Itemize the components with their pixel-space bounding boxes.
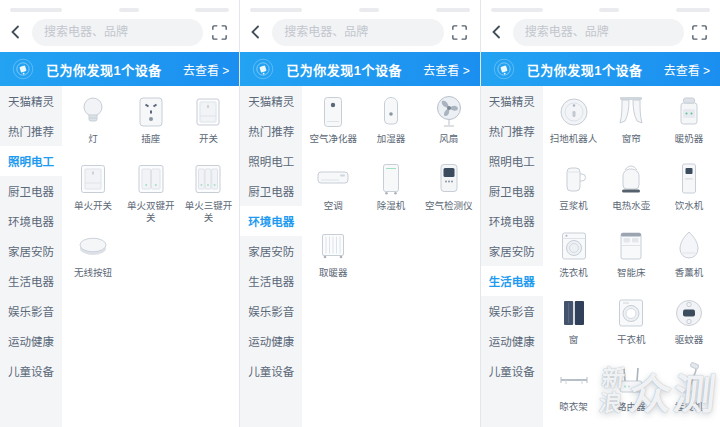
device-item[interactable]: 窗帘 <box>602 92 660 159</box>
device-item[interactable]: 智能床 <box>602 226 660 293</box>
sidebar-item-10[interactable]: 儿童设备 <box>0 356 62 386</box>
device-item[interactable]: 取暖器 <box>304 226 362 293</box>
sidebar: 天猫精灵热门推荐照明电工厨卫电器环境电器家居安防生活电器娱乐影音运动健康儿童设备 <box>240 86 302 427</box>
sidebar-item-3[interactable]: 照明电工 <box>0 146 62 176</box>
device-item[interactable]: 香薰机 <box>660 226 718 293</box>
sidebar-item-10[interactable]: 儿童设备 <box>240 356 302 386</box>
sidebar-item-4[interactable]: 厨卫电器 <box>481 176 543 206</box>
mosquito-repeller-icon <box>669 293 709 333</box>
device-item[interactable]: 暖奶器 <box>660 92 718 159</box>
wireless-button-icon <box>73 226 113 266</box>
device-item[interactable]: 插座 <box>122 92 180 159</box>
device-item[interactable]: 除湿机 <box>362 159 420 226</box>
device-item[interactable]: 窗 <box>545 293 603 360</box>
app-screenshot-strip: 已为你发现1个设备 去查看 > 天猫精灵热门推荐照明电工厨卫电器环境电器家居安防… <box>0 0 720 427</box>
sidebar-item-3[interactable]: 照明电工 <box>481 146 543 176</box>
device-label: 单火开关 <box>72 199 114 212</box>
search-input[interactable] <box>272 19 443 46</box>
scan-icon[interactable] <box>448 20 472 44</box>
device-label: 灯 <box>86 132 100 145</box>
sidebar-item-1[interactable]: 天猫精灵 <box>240 86 302 116</box>
device-item[interactable]: 灯 <box>64 92 122 159</box>
sidebar-item-6[interactable]: 家居安防 <box>481 236 543 266</box>
device-item[interactable]: 干衣机 <box>602 293 660 360</box>
back-button[interactable] <box>485 20 509 44</box>
device-label: 挂烫机 <box>673 400 706 413</box>
sidebar-item-4[interactable]: 厨卫电器 <box>0 176 62 206</box>
device-item[interactable]: 开关 <box>180 92 238 159</box>
device-item[interactable]: 单火双键开关 <box>122 159 180 226</box>
device-item[interactable]: 无线按钮 <box>64 226 122 293</box>
water-dispenser-icon <box>669 159 709 199</box>
device-label: 窗帘 <box>620 132 643 145</box>
sidebar-item-9[interactable]: 运动健康 <box>0 326 62 356</box>
device-discovery-radar-icon <box>10 56 36 82</box>
status-bar <box>0 0 239 12</box>
device-item[interactable]: 路由器 <box>602 360 660 427</box>
banner-text: 已为你发现1个设备 <box>46 60 183 79</box>
back-button[interactable] <box>244 20 268 44</box>
search-input[interactable] <box>32 19 203 46</box>
device-label: 单火三键开关 <box>180 199 238 224</box>
sidebar-item-2[interactable]: 热门推荐 <box>240 116 302 146</box>
sidebar-item-8[interactable]: 娱乐影音 <box>481 296 543 326</box>
device-item[interactable]: 电热水壶 <box>602 159 660 226</box>
device-label: 窗 <box>567 333 581 346</box>
device-label: 驱蚊器 <box>673 333 706 346</box>
sidebar-item-7[interactable]: 生活电器 <box>0 266 62 296</box>
smart-bed-icon <box>611 226 651 266</box>
device-item[interactable]: 洗衣机 <box>545 226 603 293</box>
search-input[interactable] <box>513 19 684 46</box>
device-label: 饮水机 <box>673 199 706 212</box>
sidebar-item-2[interactable]: 热门推荐 <box>0 116 62 146</box>
device-item[interactable]: 空气检测仪 <box>420 159 478 226</box>
sidebar-item-6[interactable]: 家居安防 <box>0 236 62 266</box>
device-item[interactable]: 单火开关 <box>64 159 122 226</box>
device-item[interactable]: 空调 <box>304 159 362 226</box>
device-label: 空调 <box>322 199 345 212</box>
device-item[interactable]: 空气净化器 <box>304 92 362 159</box>
sidebar-item-10[interactable]: 儿童设备 <box>481 356 543 386</box>
device-item[interactable]: 扫地机器人 <box>545 92 603 159</box>
device-item[interactable]: 单火三键开关 <box>180 159 238 226</box>
scan-icon[interactable] <box>207 20 231 44</box>
curtain-icon <box>611 92 651 132</box>
device-label: 风扇 <box>437 132 460 145</box>
sidebar-item-7[interactable]: 生活电器 <box>481 266 543 296</box>
app-panel-life: 已为你发现1个设备 去查看 > 天猫精灵热门推荐照明电工厨卫电器环境电器家居安防… <box>480 0 720 427</box>
banner-view-link[interactable]: 去查看 > <box>183 61 229 78</box>
sidebar-item-9[interactable]: 运动健康 <box>481 326 543 356</box>
device-item[interactable]: 豆浆机 <box>545 159 603 226</box>
device-item[interactable]: 晾衣架 <box>545 360 603 427</box>
back-button[interactable] <box>4 20 28 44</box>
banner-view-link[interactable]: 去查看 > <box>423 61 469 78</box>
sidebar-item-5[interactable]: 环境电器 <box>0 206 62 236</box>
sidebar-item-6[interactable]: 家居安防 <box>240 236 302 266</box>
sidebar-item-2[interactable]: 热门推荐 <box>481 116 543 146</box>
device-item[interactable]: 饮水机 <box>660 159 718 226</box>
device-discovered-banner[interactable]: 已为你发现1个设备 去查看 > <box>240 52 479 86</box>
sidebar-item-4[interactable]: 厨卫电器 <box>240 176 302 206</box>
sidebar-item-5[interactable]: 环境电器 <box>481 206 543 236</box>
device-item[interactable]: 挂烫机 <box>660 360 718 427</box>
device-label: 晾衣架 <box>557 400 590 413</box>
sidebar-item-8[interactable]: 娱乐影音 <box>240 296 302 326</box>
sidebar-item-8[interactable]: 娱乐影音 <box>0 296 62 326</box>
device-item[interactable]: 加湿器 <box>362 92 420 159</box>
sidebar-item-7[interactable]: 生活电器 <box>240 266 302 296</box>
device-item[interactable]: 风扇 <box>420 92 478 159</box>
device-discovered-banner[interactable]: 已为你发现1个设备 去查看 > <box>0 52 239 86</box>
sidebar-item-9[interactable]: 运动健康 <box>240 326 302 356</box>
sidebar-item-5[interactable]: 环境电器 <box>240 206 302 236</box>
sidebar-item-3[interactable]: 照明电工 <box>240 146 302 176</box>
device-item[interactable]: 驱蚊器 <box>660 293 718 360</box>
banner-view-link[interactable]: 去查看 > <box>664 61 710 78</box>
device-discovered-banner[interactable]: 已为你发现1个设备 去查看 > <box>481 52 720 86</box>
status-bar <box>240 0 479 12</box>
sidebar-item-1[interactable]: 天猫精灵 <box>481 86 543 116</box>
sidebar-item-1[interactable]: 天猫精灵 <box>0 86 62 116</box>
device-label: 干衣机 <box>615 333 648 346</box>
scan-icon[interactable] <box>688 20 712 44</box>
device-label: 电热水壶 <box>610 199 652 212</box>
device-label: 除湿机 <box>375 199 408 212</box>
